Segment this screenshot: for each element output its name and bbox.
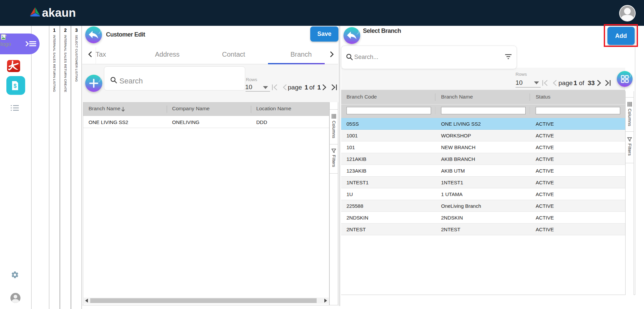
svg-text:$: $: [14, 83, 17, 89]
